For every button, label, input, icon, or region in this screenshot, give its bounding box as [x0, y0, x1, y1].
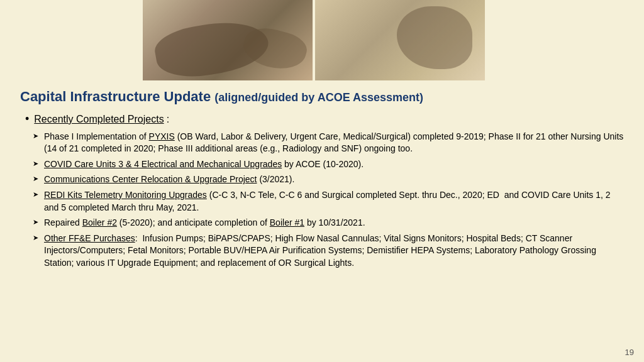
title-subtitle: (aligned/guided by ACOE Assessment): [214, 91, 423, 104]
list-item: Phase I Implementation of PYXIS (OB Ward…: [33, 131, 624, 155]
pyxis-label: PYXIS: [149, 131, 175, 141]
section-header: • Recently Completed Projects:: [20, 112, 624, 126]
content-area: Capital Infrastructure Update (aligned/g…: [0, 88, 644, 279]
items-list: Phase I Implementation of PYXIS (OB Ward…: [20, 131, 624, 270]
slide: Capital Infrastructure Update (aligned/g…: [0, 0, 644, 362]
title-bold: Capital Infrastructure Update: [20, 89, 211, 104]
redi-kits-label: REDI Kits Telemetry Monitoring Upgrades: [44, 190, 207, 200]
main-title: Capital Infrastructure Update (aligned/g…: [20, 88, 624, 106]
page-number: 19: [625, 348, 634, 357]
list-item: REDI Kits Telemetry Monitoring Upgrades …: [33, 189, 624, 214]
section-header-text: Recently Completed Projects: [34, 114, 164, 125]
list-item: Other FF&E Purchases: Infusion Pumps; Bi…: [33, 233, 624, 270]
header-image-left: [143, 0, 313, 80]
bullet-symbol: •: [25, 112, 29, 126]
header-images: [0, 0, 644, 82]
image-strip: [143, 0, 501, 80]
boiler2-label: Boiler #2: [82, 217, 117, 228]
list-item: Repaired Boiler #2 (5-2020); and anticip…: [33, 217, 624, 229]
ffe-label: Other FF&E Purchases: [44, 233, 135, 243]
section-colon: :: [167, 114, 169, 125]
covid-units-label: COVID Care Units 3 & 4 Electrical and Me…: [44, 159, 282, 169]
boiler1-label: Boiler #1: [270, 217, 304, 228]
header-image-right: [315, 0, 485, 80]
comm-center-label: Communications Center Relocation & Upgra…: [44, 174, 257, 184]
list-item: COVID Care Units 3 & 4 Electrical and Me…: [33, 158, 624, 171]
list-item: Communications Center Relocation & Upgra…: [33, 173, 624, 186]
